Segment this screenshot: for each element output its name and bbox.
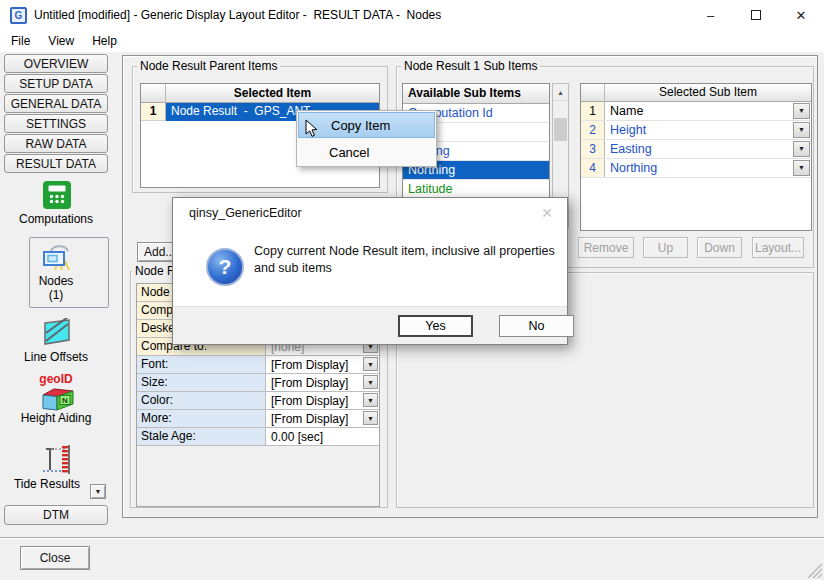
parent-items-group-title: Node Result Parent Items xyxy=(137,60,280,73)
scroll-up-icon[interactable]: ▲ xyxy=(553,84,568,101)
selected-sub-items-header-row: Selected Sub Item xyxy=(581,84,811,102)
dialog-title: qinsy_GenericEditor xyxy=(189,198,302,228)
node-icon xyxy=(41,242,75,275)
dropdown-arrow-icon[interactable]: ▼ xyxy=(363,357,378,371)
available-sub-items-header: Available Sub Items xyxy=(403,84,549,104)
property-row-size[interactable]: Size: [From Display]▼ xyxy=(137,374,379,392)
table-row[interactable]: 4 Northing▼ xyxy=(581,159,811,178)
resize-grip-icon[interactable] xyxy=(804,560,822,580)
down-button[interactable]: Down xyxy=(697,237,742,258)
property-row-font[interactable]: Font: [From Display]▼ xyxy=(137,356,379,374)
property-row-color[interactable]: Color: [From Display]▼ xyxy=(137,392,379,410)
sidebar-item-general-data[interactable]: GENERAL DATA xyxy=(4,94,108,113)
menu-bar: File View Help xyxy=(0,30,824,52)
nodes-count: (1) xyxy=(4,288,108,302)
maximize-icon xyxy=(751,10,761,20)
scrollbar-thumb[interactable] xyxy=(554,118,567,141)
row-number: 1 xyxy=(141,103,166,121)
menu-help[interactable]: Help xyxy=(83,30,126,52)
remove-button[interactable]: Remove xyxy=(578,237,634,258)
property-row-more[interactable]: More: [From Display]▼ xyxy=(137,410,379,428)
question-icon: ? xyxy=(206,248,244,286)
parent-items-table-header: Selected Item xyxy=(141,84,379,103)
minimize-button[interactable]: – xyxy=(688,0,733,30)
dropdown-arrow-icon[interactable]: ▼ xyxy=(363,411,378,425)
selected-item-column-header: Selected Item xyxy=(166,84,379,102)
yes-button[interactable]: Yes xyxy=(398,315,473,337)
dropdown-arrow-icon[interactable]: ▼ xyxy=(363,393,378,407)
menu-file[interactable]: File xyxy=(2,30,39,52)
table-row[interactable]: 3 Easting▼ xyxy=(581,140,811,159)
maximize-button[interactable] xyxy=(733,0,778,30)
property-row-stale-age[interactable]: Stale Age: 0.00 [sec] xyxy=(137,428,379,446)
nodes-label: Nodes xyxy=(4,274,108,288)
up-button[interactable]: Up xyxy=(643,237,688,258)
dropdown-arrow-icon[interactable]: ▼ xyxy=(793,160,810,176)
calculator-icon[interactable] xyxy=(42,180,72,213)
sidebar-item-line-offsets[interactable]: Line Offsets xyxy=(4,350,108,364)
dropdown-arrow-icon[interactable]: ▼ xyxy=(793,141,810,157)
selected-sub-items-table: Selected Sub Item 1 Name▼ 2 Height▼ 3 Ea… xyxy=(580,83,812,231)
sidebar-item-settings[interactable]: SETTINGS xyxy=(4,114,108,133)
table-row[interactable]: 2 Height▼ xyxy=(581,121,811,140)
geoid-text: geoID xyxy=(4,372,108,386)
no-button[interactable]: No xyxy=(499,315,574,337)
close-button[interactable]: Close xyxy=(20,546,90,570)
dropdown-arrow-icon[interactable]: ▼ xyxy=(363,375,378,389)
title-bar: G Untitled [modified] - Generic Display … xyxy=(0,0,824,30)
sidebar-item-tide-results[interactable]: Tide Results xyxy=(4,477,90,491)
mouse-cursor-icon xyxy=(305,119,319,142)
dropdown-arrow-icon[interactable]: ▼ xyxy=(793,103,810,119)
layout-button[interactable]: Layout... xyxy=(752,237,804,258)
menu-view[interactable]: View xyxy=(39,30,83,52)
table-row[interactable]: 1 Name▼ xyxy=(581,102,811,121)
chevron-down-icon: ▼ xyxy=(95,488,102,495)
tide-dropdown-button[interactable]: ▼ xyxy=(90,484,106,499)
message-dialog: qinsy_GenericEditor ✕ ? Copy current Nod… xyxy=(172,197,568,345)
sub-items-group-title: Node Result 1 Sub Items xyxy=(401,60,540,73)
selected-sub-item-column-header: Selected Sub Item xyxy=(605,84,811,101)
menu-item-cancel[interactable]: Cancel xyxy=(297,139,436,166)
sidebar-item-height-aiding[interactable]: Height Aiding xyxy=(4,411,108,425)
footer-separator xyxy=(0,537,824,539)
line-offsets-icon[interactable] xyxy=(42,318,72,349)
sidebar-item-computations[interactable]: Computations xyxy=(4,212,108,226)
close-window-button[interactable]: ✕ xyxy=(778,0,824,30)
sidebar-item-result-data[interactable]: RESULT DATA xyxy=(4,154,108,173)
app-icon: G xyxy=(10,7,27,24)
dialog-message: Copy current Node Result item, inclusive… xyxy=(254,243,576,277)
window-title: Untitled [modified] - Generic Display La… xyxy=(34,0,441,30)
sidebar-item-overview[interactable]: OVERVIEW xyxy=(4,54,108,73)
dialog-close-icon[interactable]: ✕ xyxy=(537,198,557,228)
tide-results-icon[interactable] xyxy=(40,444,76,479)
sidebar-item-dtm[interactable]: DTM xyxy=(4,505,108,525)
sidebar-item-raw-data[interactable]: RAW DATA xyxy=(4,134,108,153)
sidebar-item-setup-data[interactable]: SETUP DATA xyxy=(4,74,108,93)
svg-text:N: N xyxy=(62,396,68,405)
dropdown-arrow-icon[interactable]: ▼ xyxy=(793,122,810,138)
